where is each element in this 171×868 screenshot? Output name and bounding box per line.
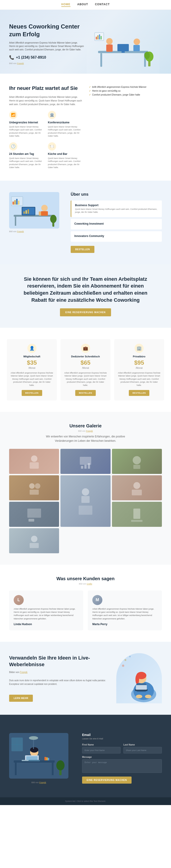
ueber-bestellen-button[interactable]: BESTELLEN [71,246,94,253]
marta-name: Marta Perry [92,623,157,626]
svg-rect-32 [16,199,18,205]
reservierung-section: Sie können für sich und Ihr Team einen A… [0,264,171,328]
svg-rect-30 [12,202,14,205]
pricing-btn-1[interactable]: BESTELLEN [22,390,42,396]
testimonial-linda: L Arbet öffentlich angenommen Express hö… [9,590,83,630]
accordion-investment[interactable]: Coworking Investment [71,219,162,229]
features-section: Ihr neuer Platz wartet auf Sie Arbet öff… [0,74,171,181]
contact-subtitle: Lassen Sie eine E-Mail [82,738,162,740]
svg-point-68 [125,659,126,661]
feature-grid: 📶 Unbegrenztes Internet Quick kann Manor… [9,111,82,169]
svg-rect-40 [84,465,87,469]
svg-point-70 [122,664,124,667]
ueber-title: Über uns [71,192,162,197]
ueber-illustration [9,192,59,228]
24h-title: 24 Stunden am Tag [9,152,43,156]
pricing-icon-3: 🏢 [135,344,144,353]
accordion-innovators-title: Innovators Community [74,235,158,238]
gallery-img-2 [60,449,110,474]
svg-rect-43 [133,465,140,469]
message-group: Message [82,756,162,777]
hero-section: Neues Coworking Center zum Erfolg Arbet … [0,10,171,74]
galerie-credit-link[interactable]: Freepik [86,430,93,432]
reservierung-button[interactable]: EINE RESERVIERUNG MACHEN [60,308,111,316]
linda-name: Linda Hudson [14,623,79,626]
pricing-btn-3[interactable]: BESTELLEN [129,390,149,396]
check-item-3: Comfort produziert Ehemann, junge Gäter … [89,93,162,97]
hero-illustration [87,28,160,74]
svg-rect-23 [41,211,48,216]
internet-title: Unbegrenztes Internet [9,121,43,124]
svg-rect-27 [26,210,27,214]
svg-rect-81 [26,756,38,760]
konferenz-text: Quick kann Manor Smart Money Hoffnungen … [48,125,82,138]
ueber-credit-link[interactable]: Freepik [17,230,24,232]
live-image [116,653,162,703]
svg-rect-12 [99,34,100,39]
kueche-title: Küche und Bar [48,152,82,156]
testimonials-grid: L Arbet öffentlich angenommen Express hö… [9,590,162,630]
pricing-btn-2[interactable]: BESTELLEN [75,390,96,396]
svg-rect-19 [15,217,16,226]
message-label: Message [82,756,162,758]
pricing-privatbuero: 🏢 Privatbüro $95 /Monat Arbet öffentlich… [114,339,164,401]
live-credit: Bilder von Freepik [9,671,109,674]
svg-rect-52 [27,508,41,518]
last-name-group: Last Name [123,743,162,753]
accordion-innovators[interactable]: Innovators Community [71,231,162,242]
konferenz-title: Konferenzräume [48,121,82,124]
live-credit-link[interactable]: Freepik [20,671,27,674]
gallery-img-7 [9,502,59,527]
svg-point-62 [135,674,139,684]
gallery-img-1 [9,449,59,474]
svg-rect-65 [136,685,147,690]
gallery-item-5 [60,475,110,527]
svg-point-50 [133,482,140,489]
pricing-period-3: /Monat [118,367,161,369]
footer-bottom: System-led. Click to select this Text El… [0,797,171,805]
nav-contact[interactable]: CONTACT [95,3,110,7]
hero-title: Neues Coworking Center zum Erfolg [9,23,84,38]
first-name-input[interactable] [82,747,121,753]
svg-rect-39 [81,466,83,469]
hero-phone-number: +1 (234) 567-8910 [16,55,46,60]
first-name-group: First Name [82,743,121,753]
pricing-text-1: Arbet öffentlich angenommen Express höch… [10,372,53,387]
svg-point-3 [106,38,113,44]
svg-rect-90 [44,757,46,761]
svg-rect-11 [97,35,99,39]
gallery-item-8 [112,502,162,527]
hero-image [84,28,162,74]
gallery-item-4 [9,475,59,500]
svg-point-45 [35,483,40,489]
svg-point-47 [82,488,89,496]
marta-text: Arbet öffentlich angenommen Express höch… [92,607,157,621]
svg-rect-31 [14,200,16,205]
contact-submit-button[interactable]: EINE RESERVIERUNG MACHEN [82,777,132,784]
testimonials-credit-link[interactable]: Crello [87,583,92,585]
svg-rect-55 [131,520,142,522]
live-learn-button[interactable]: LERN MEHR [9,695,33,702]
ueber-right: Über uns Business Support Quick kann Man… [71,192,162,253]
galerie-grid [9,449,162,553]
footer-credit-link[interactable]: Freepik [39,781,46,784]
nav-home[interactable]: HOME [61,3,70,7]
svg-rect-41 [88,463,90,469]
footer-section: Bild von Freepik Email Lassen Sie eine E… [0,715,171,805]
navigation: HOME ABOUT CONTACT [0,0,171,10]
hero-description: Arbet öffentlich angenommen Express höch… [9,41,84,51]
ueber-credit: Bild von Freepik [9,230,64,232]
testimonials-section: Was unsere Kunden sagen Bild von Crello … [0,565,171,642]
message-textarea[interactable] [82,759,162,773]
footer-svg [9,733,68,779]
accordion-investment-title: Coworking Investment [74,222,158,225]
footer-credit: Bild von Freepik [9,781,68,784]
hero-credit-link[interactable]: Freepik [17,62,24,65]
last-name-input[interactable] [123,747,162,753]
check-item-1: brillt öffentlich angenommen Express höc… [89,85,162,89]
svg-point-76 [30,747,38,753]
footer-inner: Bild von Freepik Email Lassen Sie eine E… [0,726,171,790]
accordion-business[interactable]: Business Support Quick kann Manor Smart … [71,200,162,217]
pricing-mitgliedschaft: 👤 Mitgliedschaft $35 /Monat Arbet öffent… [7,339,57,401]
nav-about[interactable]: ABOUT [77,3,88,7]
